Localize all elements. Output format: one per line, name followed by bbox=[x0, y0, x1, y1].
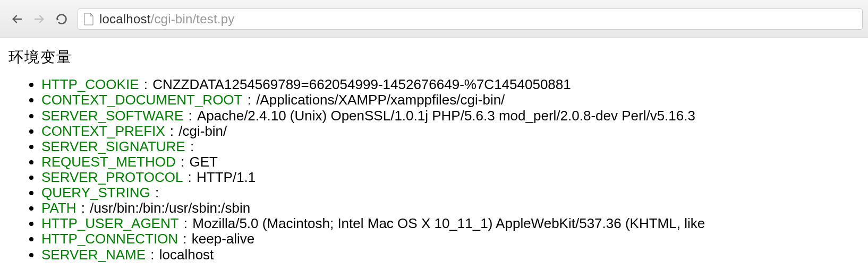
address-bar[interactable]: localhost/cgi-bin/test.py bbox=[78, 8, 863, 30]
env-key: SERVER_NAME bbox=[41, 247, 146, 263]
env-value: HTTP/1.1 bbox=[197, 169, 256, 185]
env-key: HTTP_COOKIE bbox=[41, 76, 139, 92]
env-key: QUERY_STRING bbox=[41, 185, 150, 200]
env-value: Mozilla/5.0 (Macintosh; Intel Mac OS X 1… bbox=[192, 215, 705, 231]
env-value: keep-alive bbox=[192, 231, 255, 247]
env-key: SERVER_PROTOCOL bbox=[41, 169, 183, 185]
env-sep: : bbox=[147, 247, 158, 263]
env-sep: : bbox=[166, 123, 178, 139]
env-sep: : bbox=[77, 200, 89, 216]
env-key: PATH bbox=[41, 200, 76, 216]
env-sep: : bbox=[184, 169, 195, 185]
env-sep: : bbox=[186, 138, 194, 154]
env-value: /usr/bin:/bin:/usr/sbin:/sbin bbox=[90, 200, 250, 216]
env-sep: : bbox=[184, 108, 196, 124]
list-item: PATH : /usr/bin:/bin:/usr/sbin:/sbin bbox=[41, 200, 860, 216]
list-item: REQUEST_METHOD : GET bbox=[41, 154, 860, 170]
env-sep: : bbox=[179, 231, 191, 247]
env-key: HTTP_USER_AGENT bbox=[41, 215, 179, 231]
browser-toolbar: localhost/cgi-bin/test.py bbox=[0, 0, 868, 38]
env-value: localhost bbox=[159, 247, 214, 263]
env-key: CONTEXT_DOCUMENT_ROOT bbox=[41, 92, 242, 108]
list-item: SERVER_SIGNATURE : bbox=[41, 139, 860, 154]
env-key: SERVER_SOFTWARE bbox=[41, 108, 183, 124]
nav-buttons bbox=[5, 12, 73, 27]
page-content: 环境变量 HTTP_COOKIE : CNZZDATA1254569789=66… bbox=[0, 38, 868, 263]
back-button[interactable] bbox=[10, 12, 24, 27]
list-item: QUERY_STRING : bbox=[41, 185, 860, 200]
list-item: HTTP_CONNECTION : keep-alive bbox=[41, 231, 860, 247]
list-item: HTTP_USER_AGENT : Mozilla/5.0 (Macintosh… bbox=[41, 216, 860, 231]
env-key: CONTEXT_PREFIX bbox=[41, 123, 165, 139]
env-key: SERVER_SIGNATURE bbox=[41, 138, 185, 154]
page-title: 环境变量 bbox=[8, 49, 860, 65]
env-var-list: HTTP_COOKIE : CNZZDATA1254569789=6620549… bbox=[8, 77, 860, 262]
url-host: localhost bbox=[99, 12, 151, 27]
env-value: CNZZDATA1254569789=662054999-1452676649-… bbox=[152, 76, 571, 92]
list-item: SERVER_PROTOCOL : HTTP/1.1 bbox=[41, 170, 860, 185]
env-sep: : bbox=[151, 185, 159, 200]
env-sep: : bbox=[177, 154, 189, 170]
env-sep: : bbox=[140, 76, 151, 92]
reload-button[interactable] bbox=[54, 12, 69, 27]
forward-button[interactable] bbox=[32, 12, 47, 27]
env-value: GET bbox=[189, 154, 217, 170]
list-item: HTTP_COOKIE : CNZZDATA1254569789=6620549… bbox=[41, 77, 860, 92]
env-sep: : bbox=[243, 92, 255, 108]
url-path: /cgi-bin/test.py bbox=[151, 12, 235, 27]
env-value: /Applications/XAMPP/xamppfiles/cgi-bin/ bbox=[256, 92, 505, 108]
env-key: REQUEST_METHOD bbox=[41, 154, 176, 170]
list-item: CONTEXT_PREFIX : /cgi-bin/ bbox=[41, 124, 860, 139]
env-key: HTTP_CONNECTION bbox=[41, 231, 178, 247]
url-text: localhost/cgi-bin/test.py bbox=[99, 12, 234, 27]
list-item: SERVER_NAME : localhost bbox=[41, 247, 860, 263]
env-sep: : bbox=[180, 215, 192, 231]
list-item: SERVER_SOFTWARE : Apache/2.4.10 (Unix) O… bbox=[41, 108, 860, 124]
env-value: /cgi-bin/ bbox=[178, 123, 227, 139]
page-icon bbox=[83, 13, 94, 25]
list-item: CONTEXT_DOCUMENT_ROOT : /Applications/XA… bbox=[41, 92, 860, 108]
env-value: Apache/2.4.10 (Unix) OpenSSL/1.0.1j PHP/… bbox=[197, 108, 695, 124]
